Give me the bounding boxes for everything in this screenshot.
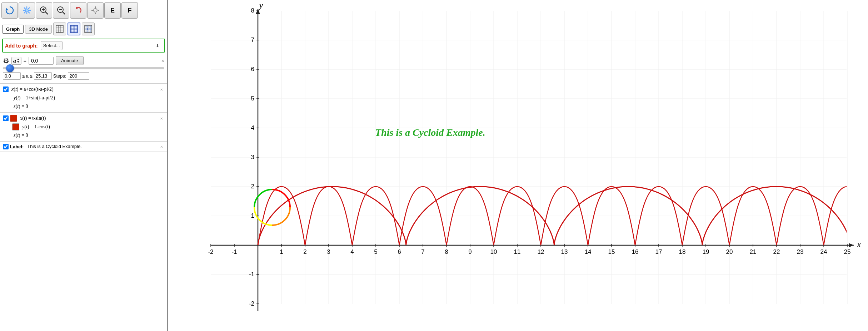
- mode-bar: Graph 3D Mode: [0, 21, 167, 37]
- y-axis-label: y: [259, 1, 263, 10]
- svg-text:-1: -1: [249, 271, 254, 278]
- svg-text:9: 9: [468, 248, 472, 255]
- add-to-graph-select-wrapper: Select... Point Curve Label Slider ⬍: [41, 41, 162, 50]
- leq-label: ≤ a ≤: [22, 73, 33, 79]
- toolbar: E F: [0, 0, 167, 21]
- eq1-row2: y(t) = 1+sin(t-a-pi/2): [0, 94, 167, 102]
- gear-icon: ⚙: [3, 56, 9, 65]
- label-group: Label: ×: [0, 142, 167, 152]
- x-axis-label: x: [857, 240, 861, 249]
- svg-text:5: 5: [374, 248, 377, 255]
- svg-text:21: 21: [750, 248, 757, 255]
- svg-text:19: 19: [703, 248, 709, 255]
- svg-text:10: 10: [490, 248, 497, 255]
- slider-steps-input[interactable]: [68, 72, 89, 80]
- svg-text:6: 6: [398, 248, 401, 255]
- svg-line-12: [63, 12, 65, 14]
- slider-section: ⚙ a ▲▼ = Animate × ≤ a ≤ Steps:: [0, 54, 167, 84]
- svg-text:5: 5: [251, 95, 254, 102]
- eq2-row1: x(t) = t-sin(t) ×: [0, 114, 167, 123]
- var-arrows[interactable]: ▲▼: [17, 58, 20, 64]
- eq2-row2: y(t) = 1-cos(t): [0, 123, 167, 131]
- svg-point-14: [94, 9, 97, 12]
- zoom-out-button[interactable]: [53, 2, 69, 19]
- eq2-checkbox[interactable]: [3, 115, 9, 121]
- snowflake-button[interactable]: [19, 2, 35, 19]
- svg-line-9: [45, 12, 48, 14]
- graph-mode-button[interactable]: Graph: [2, 25, 24, 34]
- svg-marker-0: [6, 8, 9, 10]
- f-button[interactable]: F: [121, 2, 138, 19]
- e-button[interactable]: E: [104, 2, 121, 19]
- svg-text:4: 4: [350, 248, 354, 255]
- svg-rect-24: [70, 25, 78, 33]
- label-close-icon[interactable]: ×: [159, 144, 164, 149]
- slider-max-input[interactable]: [34, 72, 52, 80]
- slider-close-icon[interactable]: ×: [161, 58, 164, 64]
- animate-button[interactable]: Animate: [56, 56, 84, 65]
- add-to-graph-select[interactable]: Select... Point Curve Label Slider: [41, 41, 63, 50]
- grid2-button[interactable]: [68, 23, 80, 35]
- eq2-color-swatch2[interactable]: [12, 123, 19, 130]
- refresh-button[interactable]: [1, 2, 18, 19]
- svg-text:16: 16: [632, 248, 639, 255]
- svg-text:12: 12: [538, 248, 544, 255]
- svg-text:11: 11: [514, 248, 521, 255]
- eq2-line3: z(t) = 0: [12, 132, 164, 139]
- eq1-line2: y(t) = 1+sin(t-a-pi/2): [12, 94, 164, 102]
- eq1-row3: z(t) = 0: [0, 102, 167, 111]
- eq1-close-icon[interactable]: ×: [159, 87, 164, 92]
- steps-label: Steps:: [53, 73, 66, 79]
- svg-text:17: 17: [655, 248, 662, 255]
- undo-button[interactable]: [70, 2, 86, 19]
- svg-text:3: 3: [251, 154, 254, 160]
- eq-sign: =: [24, 58, 26, 64]
- equation-group-2: x(t) = t-sin(t) × y(t) = 1-cos(t) z(t) =…: [0, 113, 167, 142]
- svg-text:-2: -2: [249, 300, 254, 307]
- equations-section: x(t) = a+cos(t-a-pi/2) × y(t) = 1+sin(t-…: [0, 84, 167, 331]
- eq1-line1: x(t) = a+cos(t-a-pi/2): [10, 86, 157, 93]
- var-box: a ▲▼: [11, 57, 21, 65]
- svg-text:8: 8: [445, 248, 448, 255]
- svg-text:1: 1: [251, 212, 254, 219]
- eq2-color-swatch[interactable]: [10, 115, 17, 122]
- threed-mode-button[interactable]: 3D Mode: [25, 25, 52, 34]
- settings-button[interactable]: [87, 2, 104, 19]
- svg-rect-19: [56, 25, 63, 33]
- svg-text:4: 4: [251, 124, 254, 131]
- slider-thumb[interactable]: [6, 64, 14, 72]
- graph-svg: x y -1 1 2 3 4 5 6 7 8 9 10: [168, 0, 868, 331]
- svg-text:7: 7: [251, 36, 254, 43]
- right-panel: x y -1 1 2 3 4 5 6 7 8 9 10: [168, 0, 868, 331]
- svg-text:2: 2: [251, 183, 254, 190]
- label-checkbox[interactable]: [3, 144, 9, 149]
- svg-point-5: [26, 9, 28, 11]
- svg-rect-33: [85, 25, 92, 33]
- svg-rect-43: [168, 0, 868, 331]
- svg-text:20: 20: [726, 248, 733, 255]
- slider-track[interactable]: [3, 67, 164, 69]
- svg-text:25: 25: [844, 248, 851, 255]
- equation-group-1: x(t) = a+cos(t-a-pi/2) × y(t) = 1+sin(t-…: [0, 84, 167, 113]
- svg-text:-2: -2: [208, 248, 213, 255]
- slider-value-input[interactable]: [29, 57, 54, 65]
- label-text-input[interactable]: [26, 143, 157, 150]
- eq2-line1: x(t) = t-sin(t): [19, 115, 157, 122]
- eq1-checkbox[interactable]: [3, 87, 9, 92]
- select-arrow-icon: ⬍: [156, 43, 159, 48]
- grid1-button[interactable]: [53, 23, 66, 35]
- svg-text:7: 7: [421, 248, 424, 255]
- svg-text:24: 24: [820, 248, 827, 255]
- svg-text:2: 2: [303, 248, 306, 255]
- add-to-graph-label: Add to graph:: [5, 43, 38, 49]
- zoom-in-button[interactable]: [36, 2, 52, 19]
- slider-min-input[interactable]: [3, 72, 21, 80]
- svg-text:15: 15: [608, 248, 615, 255]
- grid3-button[interactable]: [82, 23, 95, 35]
- var-label: a: [13, 58, 16, 64]
- eq2-close-icon[interactable]: ×: [159, 116, 164, 121]
- svg-text:22: 22: [773, 248, 780, 255]
- svg-text:3: 3: [327, 248, 330, 255]
- svg-text:18: 18: [679, 248, 686, 255]
- eq2-line2: y(t) = 1-cos(t): [21, 123, 164, 130]
